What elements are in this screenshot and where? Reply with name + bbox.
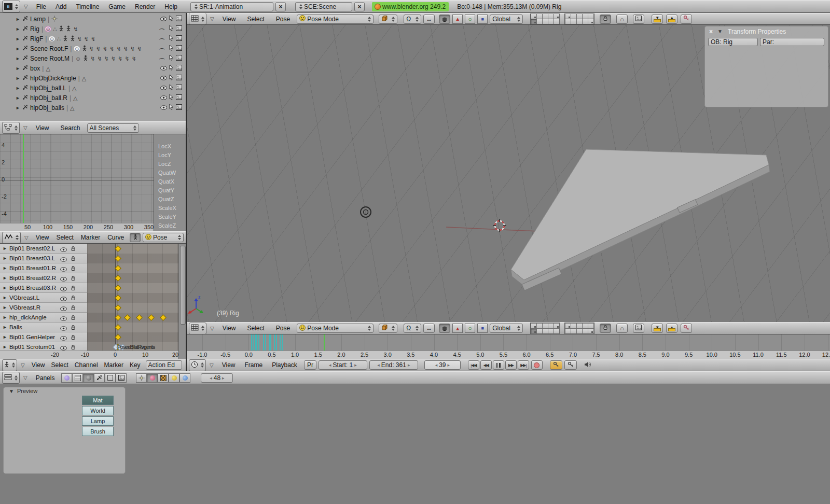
grab-hand-button[interactable]: [439, 15, 450, 24]
render-icon[interactable]: [176, 25, 182, 33]
render-preview-button[interactable]: [633, 15, 644, 24]
shading-context-button[interactable]: [83, 373, 94, 383]
menu-view[interactable]: View: [31, 124, 54, 132]
timeline-marker[interactable]: [256, 334, 257, 351]
eye-icon[interactable]: [60, 296, 67, 303]
keyframe[interactable]: [115, 285, 121, 291]
action-channel-row[interactable]: ►Bip01 GenHelper: [0, 332, 87, 342]
layer-button[interactable]: [548, 19, 554, 24]
scene-delete-button[interactable]: ×: [354, 2, 365, 11]
eye-icon[interactable]: [60, 335, 67, 342]
outliner-row[interactable]: ►hlpObjDickAngle|△: [0, 73, 186, 83]
jump-end-button[interactable]: ▶▶|: [518, 360, 529, 370]
outliner-row[interactable]: ►hlpObj_ball.R|△: [0, 93, 186, 103]
keyframe[interactable]: [148, 314, 155, 321]
scale-manipulator-button[interactable]: ■: [477, 324, 488, 333]
eye-icon[interactable]: [60, 315, 67, 323]
layer-button[interactable]: [537, 324, 542, 328]
action-channel-row[interactable]: ►Bip01 Breast02.R: [0, 273, 87, 283]
layer-button[interactable]: [548, 324, 554, 328]
mode-dropdown[interactable]: Pose Mode: [297, 324, 374, 333]
keyframe[interactable]: [115, 265, 121, 272]
dropdown-stepper[interactable]: [414, 326, 419, 331]
info-window-button[interactable]: ii: [2, 1, 20, 12]
timeline-marker[interactable]: [282, 334, 283, 351]
cursor-icon[interactable]: [169, 54, 174, 62]
eye-icon[interactable]: [60, 286, 67, 293]
expand-icon[interactable]: ►: [0, 305, 7, 310]
timeline-marker[interactable]: [269, 334, 270, 351]
timeline-marker[interactable]: [255, 334, 256, 351]
outliner-row[interactable]: ►Lamp|: [0, 14, 186, 24]
timeline-marker[interactable]: [280, 334, 281, 351]
draw-type-dropdown[interactable]: [379, 324, 397, 333]
menu-key[interactable]: Key: [127, 361, 144, 369]
action-channel-row[interactable]: ►hlp_dickAngle: [0, 313, 87, 323]
action-channel-row[interactable]: ►Bip01 Breast03.R: [0, 283, 87, 293]
menu-view[interactable]: View: [218, 16, 241, 23]
step-right-icon[interactable]: ▸: [222, 375, 225, 381]
layer-button[interactable]: [554, 324, 559, 328]
keyframe[interactable]: [115, 334, 121, 341]
expand-icon[interactable]: ►: [0, 17, 20, 22]
preview-lamp-button[interactable]: Lamp: [82, 416, 114, 426]
menu-curve[interactable]: Curve: [104, 234, 128, 241]
layer-button[interactable]: [565, 14, 571, 19]
expand-icon[interactable]: ►: [0, 295, 7, 300]
view3d-window-button[interactable]: [189, 13, 206, 25]
eye-icon[interactable]: [60, 256, 67, 263]
outliner-row[interactable]: ►Scene Root.F|☺↯↯↯↯↯↯↯↯(: [0, 44, 186, 53]
step-back-button[interactable]: ◀◀: [480, 360, 492, 370]
render-icon[interactable]: [176, 65, 182, 72]
eye-icon[interactable]: [60, 305, 67, 313]
layer-button[interactable]: [537, 19, 542, 24]
buttons-window-button[interactable]: [2, 372, 20, 384]
object-name[interactable]: box: [30, 65, 40, 72]
lock-icon[interactable]: [71, 275, 76, 283]
proportional-edit-button[interactable]: ∩: [616, 15, 628, 24]
render-icon[interactable]: [176, 45, 182, 52]
expand-icon[interactable]: ►: [0, 315, 7, 320]
manipulator-button[interactable]: ↔: [423, 324, 435, 333]
render-icon[interactable]: [176, 55, 182, 62]
menu-playback[interactable]: Playback: [267, 361, 302, 369]
parent-field[interactable]: Par:: [760, 38, 824, 46]
eye-icon[interactable]: [160, 65, 167, 72]
world-context-button[interactable]: [179, 373, 190, 383]
script-context-button[interactable]: [72, 373, 83, 383]
area-separator[interactable]: [186, 13, 187, 371]
object-name[interactable]: Scene Root.M: [30, 55, 70, 62]
lock-icon[interactable]: [71, 246, 76, 253]
layer-button[interactable]: [531, 329, 536, 333]
expand-icon[interactable]: ►: [0, 246, 7, 251]
window-type-stepper[interactable]: [14, 235, 19, 240]
ipo-channel-scalez[interactable]: ScaleZ: [158, 222, 176, 229]
layer-button[interactable]: [577, 14, 582, 19]
dropdown-stepper[interactable]: [200, 326, 204, 331]
object-name[interactable]: hlpObj_ball.R: [30, 94, 67, 102]
ipo-channel-quaty[interactable]: QuatY: [158, 187, 174, 193]
ipo-channel-locz[interactable]: LocZ: [158, 161, 171, 167]
expand-icon[interactable]: ►: [0, 344, 7, 349]
action-channel-row[interactable]: ►VGbreast.L: [0, 293, 87, 303]
step-forward-button[interactable]: ▶▶: [505, 360, 517, 370]
lock-layers-button[interactable]: [600, 324, 611, 333]
action-channel-row[interactable]: ►Bip01 Breast01.R: [0, 263, 87, 273]
ipo-current-frame-line[interactable]: [23, 134, 24, 223]
dropdown-stepper[interactable]: [200, 17, 204, 22]
screen-stepper[interactable]: [193, 4, 198, 9]
layer-button[interactable]: [571, 329, 576, 333]
eye-icon[interactable]: [160, 85, 167, 92]
timeline-marker[interactable]: [270, 334, 271, 351]
layer-button[interactable]: [571, 19, 576, 24]
header-collapse-icon[interactable]: ▽: [22, 125, 29, 131]
menu-file[interactable]: File: [32, 3, 51, 10]
object-name[interactable]: hlpObjDickAngle: [30, 75, 76, 82]
object-name[interactable]: hlpObj_balls: [30, 104, 64, 111]
dropdown-stepper[interactable]: [176, 235, 181, 240]
material-context-button[interactable]: [147, 373, 158, 383]
layer-button[interactable]: [583, 329, 588, 333]
jump-start-button[interactable]: |◀◀: [468, 360, 479, 370]
scene-filter-dropdown[interactable]: All Scenes: [87, 123, 139, 133]
oops-window-button[interactable]: [2, 122, 20, 134]
